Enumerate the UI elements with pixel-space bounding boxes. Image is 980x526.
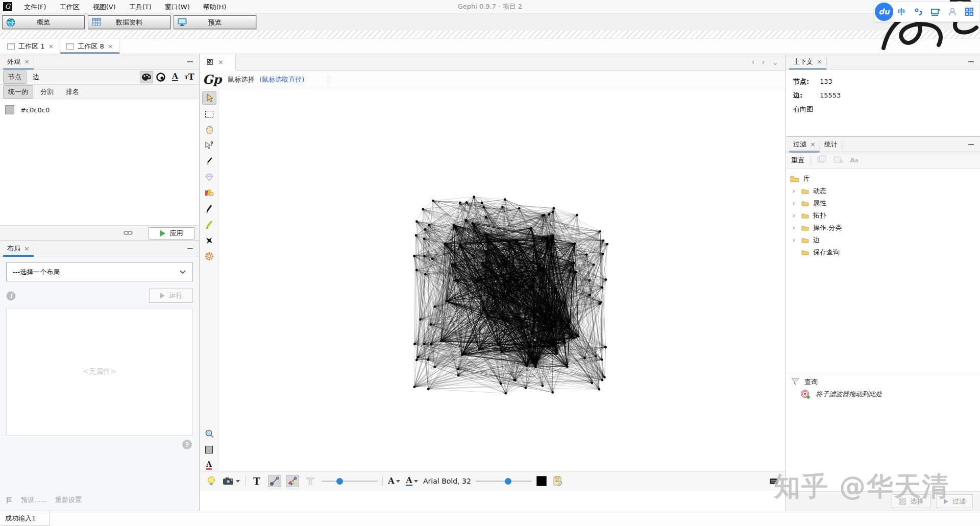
- expand-icon[interactable]: ›: [790, 187, 797, 195]
- menu-workspace[interactable]: 工作区: [53, 0, 86, 14]
- shortest-path-tool[interactable]: [202, 234, 216, 247]
- size-icon[interactable]: [154, 71, 167, 83]
- label-color-icon[interactable]: A: [168, 71, 182, 83]
- ime-menu-grid-icon[interactable]: [961, 7, 977, 16]
- duplicate-query-icon[interactable]: [817, 155, 827, 165]
- show-edge-labels-button[interactable]: T: [304, 475, 317, 487]
- background-color-tool[interactable]: [202, 443, 216, 456]
- partition-tab[interactable]: 分割: [35, 85, 59, 99]
- expand-icon[interactable]: ›: [790, 211, 797, 220]
- apply-button[interactable]: 应用: [148, 227, 195, 240]
- data-laboratory-button[interactable]: 数据资料: [88, 15, 170, 29]
- painter-tool[interactable]: [202, 155, 216, 168]
- screenshot-button[interactable]: [223, 475, 240, 487]
- edge-weight-slider[interactable]: [322, 481, 378, 482]
- close-icon[interactable]: ×: [24, 58, 30, 65]
- layout-tab[interactable]: 布局 ×: [3, 241, 34, 256]
- query-drop-row[interactable]: 将子滤波器拖动到此处: [791, 388, 975, 400]
- scroll-right-icon[interactable]: ›: [762, 58, 765, 67]
- color-palette-icon[interactable]: [140, 71, 153, 83]
- edge-pencil-tool[interactable]: [202, 202, 216, 216]
- overview-button[interactable]: 概览: [2, 15, 85, 29]
- label-color-tool[interactable]: A: [202, 459, 216, 472]
- preview-button[interactable]: 预览: [174, 15, 256, 29]
- slider-knob[interactable]: [336, 478, 343, 485]
- tree-row-saved-queries[interactable]: 保存查询: [790, 246, 980, 258]
- label-color-swatch[interactable]: [536, 476, 547, 486]
- color-swatch[interactable]: [5, 105, 14, 114]
- expand-icon[interactable]: ›: [790, 224, 797, 232]
- autorefresh-icon[interactable]: Aa: [850, 156, 859, 164]
- edges-tab[interactable]: 边: [28, 70, 44, 84]
- tree-row-attributes[interactable]: › 属性: [790, 197, 980, 209]
- graph-tab[interactable]: 图 ×: [200, 54, 236, 70]
- close-icon[interactable]: ×: [218, 58, 224, 66]
- menu-window[interactable]: 窗口(W): [158, 0, 197, 14]
- close-icon[interactable]: ×: [48, 42, 54, 50]
- remove-query-icon[interactable]: [834, 155, 844, 165]
- user-profile-icon[interactable]: [944, 7, 961, 16]
- language-mode-icon[interactable]: 中: [893, 7, 910, 17]
- minimize-icon[interactable]: [968, 144, 974, 145]
- tree-row-edges[interactable]: › 边: [790, 234, 980, 246]
- close-icon[interactable]: ×: [810, 140, 816, 148]
- expand-icon[interactable]: ›: [790, 199, 797, 207]
- show-edges-button[interactable]: [268, 475, 281, 487]
- graph-canvas[interactable]: [219, 89, 786, 491]
- font-button[interactable]: A: [387, 475, 401, 487]
- selection-diameter-link[interactable]: (鼠标选取直径): [259, 75, 304, 84]
- heatmap-brush-tool[interactable]: [202, 186, 216, 200]
- ranking-tab[interactable]: 排名: [61, 85, 84, 99]
- filters-tab[interactable]: 过滤 ×: [789, 137, 820, 152]
- edit-tool[interactable]: ?: [202, 139, 216, 152]
- run-button[interactable]: 运行: [149, 289, 193, 303]
- tree-row-topology[interactable]: › 拓扑: [790, 209, 980, 222]
- nodes-tab[interactable]: 节点: [3, 70, 27, 84]
- font-color-button[interactable]: A: [405, 475, 419, 487]
- reset-zoom-tool[interactable]: [202, 427, 216, 440]
- drag-tool[interactable]: [202, 123, 216, 136]
- menu-file[interactable]: 文件(F): [17, 0, 53, 14]
- close-icon[interactable]: ×: [24, 245, 30, 252]
- reset-label[interactable]: 重新设置: [55, 495, 82, 505]
- workspace-tab-8[interactable]: 工作区 8 ×: [60, 39, 119, 54]
- presets-label[interactable]: 预设......: [21, 495, 47, 505]
- direct-selection-tool[interactable]: [202, 91, 216, 105]
- attributes-settings-button[interactable]: [551, 475, 565, 487]
- context-tab[interactable]: 上下文 ×: [789, 54, 826, 69]
- node-pencil-tool[interactable]: [202, 218, 216, 231]
- edge-color-mode-button[interactable]: [286, 475, 299, 487]
- label-size-icon[interactable]: тT: [183, 71, 196, 83]
- tree-row-operator[interactable]: › 操作.分类: [790, 222, 980, 234]
- select-button[interactable]: 选择: [892, 494, 930, 508]
- filter-button[interactable]: 过滤: [937, 494, 973, 508]
- minimize-icon[interactable]: [968, 61, 974, 62]
- voice-input-icon[interactable]: [910, 7, 927, 16]
- expand-icon[interactable]: ›: [790, 236, 797, 244]
- unique-tab[interactable]: 统一的: [3, 85, 33, 99]
- reset-button[interactable]: 重置: [791, 156, 804, 165]
- background-light-button[interactable]: [205, 475, 218, 487]
- heat-map-tool[interactable]: [202, 250, 216, 263]
- layout-chooser[interactable]: ---选择一个布局: [6, 262, 193, 281]
- minimize-icon[interactable]: [187, 61, 193, 62]
- scroll-left-icon[interactable]: ‹: [751, 58, 754, 67]
- tree-row-dynamic[interactable]: › 动态: [790, 185, 980, 197]
- baidu-ime-logo[interactable]: du: [875, 3, 893, 21]
- library-root-row[interactable]: 库: [790, 173, 980, 185]
- tab-list-icon[interactable]: ⌄: [772, 58, 778, 67]
- help-icon[interactable]: ?: [182, 440, 192, 449]
- rectangle-selection-tool[interactable]: [202, 107, 216, 121]
- screenshot-options-caret[interactable]: [236, 480, 240, 483]
- statistics-tab[interactable]: 统计: [820, 137, 842, 152]
- minimize-icon[interactable]: [187, 248, 193, 249]
- label-size-slider[interactable]: [476, 481, 532, 482]
- show-node-labels-button[interactable]: T: [250, 475, 263, 487]
- ime-panel-icon[interactable]: [927, 8, 944, 16]
- sizer-tool[interactable]: [202, 171, 216, 184]
- appearance-tab[interactable]: 外观 ×: [3, 54, 34, 69]
- slider-knob[interactable]: [505, 478, 511, 485]
- link-icon[interactable]: [124, 229, 133, 237]
- menu-help[interactable]: 帮助(H): [197, 0, 233, 14]
- close-icon[interactable]: ×: [108, 42, 113, 50]
